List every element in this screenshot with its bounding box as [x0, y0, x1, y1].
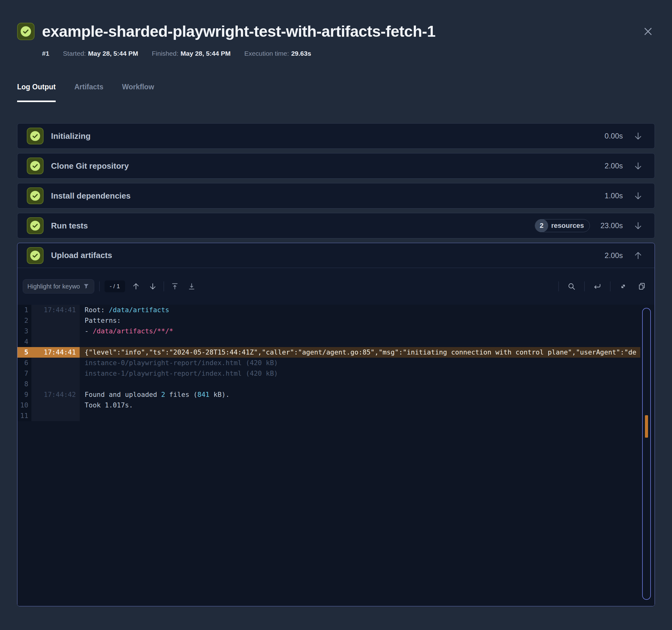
collapse-arrow-icon[interactable] — [633, 251, 643, 260]
log-line-number: 8 — [18, 379, 31, 389]
expand-fullscreen-button[interactable] — [617, 280, 629, 292]
log-line-content: instance-1/playwright-report/index.html … — [80, 368, 654, 379]
expand-arrow-icon[interactable] — [633, 161, 643, 170]
step-success-check-icon — [27, 247, 44, 264]
log-segment: Took 1.017s. — [85, 401, 133, 409]
log-line-content — [80, 411, 654, 421]
log-segment: instance-1/playwright-report/index.html … — [85, 370, 278, 377]
log-toolbar: - / 1 — [18, 268, 654, 305]
log-line-number: 2 — [18, 315, 31, 326]
log-line-number: 11 — [18, 411, 31, 421]
step-duration: 0.00s — [604, 132, 623, 140]
log-line-timestamp — [31, 411, 80, 421]
expand-arrow-icon[interactable] — [633, 221, 643, 230]
expand-arrow-icon[interactable] — [633, 131, 643, 141]
filter-funnel-icon — [83, 283, 90, 290]
toolbar-divider — [610, 281, 610, 291]
log-line[interactable]: 2 Patterns: — [18, 315, 654, 326]
copy-log-button[interactable] — [636, 280, 648, 292]
scroll-to-top-icon — [171, 282, 179, 290]
log-line[interactable]: 10 Took 1.017s. — [18, 400, 654, 411]
log-lines: 1 17:44:41 Root: /data/artifacts 2 Patte… — [18, 305, 654, 421]
log-line-timestamp — [31, 336, 80, 347]
step-row[interactable]: Run tests 2 resources 23.00s — [17, 213, 655, 238]
step-list: Initializing 0.00s Clone Git repository … — [17, 123, 655, 238]
tab-workflow[interactable]: Workflow — [122, 83, 154, 102]
resources-count: 2 — [535, 219, 548, 232]
log-line[interactable]: 4 — [18, 336, 654, 347]
expand-arrow-icon[interactable] — [633, 191, 643, 201]
step-row[interactable]: Clone Git repository 2.00s — [17, 153, 655, 179]
tab-log-output[interactable]: Log Output — [17, 83, 56, 102]
started-at: Started:May 28, 5:44 PM — [63, 50, 138, 57]
log-line[interactable]: 9 17:44:42 Found and uploaded 2 files (8… — [18, 389, 654, 400]
step-label: Install dependencies — [51, 191, 131, 201]
execution-time: Execution time:29.63s — [244, 50, 311, 57]
next-match-button[interactable] — [147, 280, 159, 292]
log-line-timestamp: 17:44:41 — [31, 347, 80, 358]
expand-fullscreen-icon — [619, 282, 627, 290]
log-line[interactable]: 1 17:44:41 Root: /data/artifacts — [18, 305, 654, 315]
log-segment: Patterns: — [85, 317, 121, 324]
step-success-check-icon — [27, 187, 44, 204]
keyword-highlight-input[interactable] — [27, 283, 80, 290]
log-line-number: 9 — [18, 389, 31, 400]
log-segment: instance-0/playwright-report/index.html … — [85, 359, 278, 367]
run-number: #1 — [42, 50, 49, 57]
log-segment: 2 — [161, 391, 165, 398]
log-segment: /data/artifacts/**/* — [93, 327, 173, 335]
log-line-number: 3 — [18, 326, 31, 336]
log-line[interactable]: 6 instance-0/playwright-report/index.htm… — [18, 358, 654, 368]
tab-artifacts[interactable]: Artifacts — [74, 83, 103, 102]
step-row[interactable]: Upload artifacts 2.00s — [18, 243, 654, 268]
log-line-number: 10 — [18, 400, 31, 411]
step-label: Initializing — [51, 131, 91, 141]
keyword-highlight-field[interactable] — [23, 279, 94, 294]
log-scrollbar-track[interactable] — [642, 308, 651, 600]
toolbar-divider — [584, 281, 584, 291]
scroll-to-bottom-button[interactable] — [186, 280, 197, 292]
log-line-timestamp: 17:44:42 — [31, 389, 80, 400]
log-line-timestamp — [31, 400, 80, 411]
search-button[interactable] — [566, 280, 577, 292]
step-success-check-icon — [27, 127, 44, 144]
log-line[interactable]: 7 instance-1/playwright-report/index.htm… — [18, 368, 654, 379]
log-line-timestamp — [31, 326, 80, 336]
log-line-content: - /data/artifacts/**/* — [80, 326, 654, 336]
log-line[interactable]: 5 17:44:41 {"level":"info","ts":"2024-05… — [18, 347, 640, 358]
log-output-area: 1 17:44:41 Root: /data/artifacts 2 Patte… — [18, 305, 654, 606]
log-line-number: 7 — [18, 368, 31, 379]
step-row[interactable]: Initializing 0.00s — [17, 123, 655, 149]
log-line-number: 6 — [18, 358, 31, 368]
log-line-timestamp — [31, 368, 80, 379]
step-duration: 2.00s — [604, 251, 623, 260]
log-line-number: 5 — [18, 347, 31, 358]
log-line-content: instance-0/playwright-report/index.html … — [80, 358, 654, 368]
wrap-lines-button[interactable] — [592, 280, 603, 292]
log-line-number: 1 — [18, 305, 31, 315]
log-segment: 841 — [197, 391, 209, 398]
copy-icon — [638, 282, 646, 290]
log-line[interactable]: 11 — [18, 411, 654, 421]
log-line[interactable]: 8 — [18, 379, 654, 389]
close-icon[interactable] — [641, 25, 655, 38]
resources-badge: 2 resources — [535, 219, 590, 232]
scroll-to-top-button[interactable] — [169, 280, 181, 292]
log-filler — [18, 421, 654, 606]
step-panel-upload-artifacts: Upload artifacts 2.00s - / 1 — [17, 243, 655, 606]
log-line-content: {"level":"info","ts":"2024-05-28T15:44:4… — [80, 347, 640, 358]
log-line[interactable]: 3 - /data/artifacts/**/* — [18, 326, 654, 336]
step-row[interactable]: Install dependencies 1.00s — [17, 183, 655, 209]
step-label: Clone Git repository — [51, 161, 129, 171]
step-duration: 1.00s — [604, 191, 623, 200]
log-line-timestamp — [31, 379, 80, 389]
log-line-number: 4 — [18, 336, 31, 347]
log-segment: Root: — [85, 306, 109, 314]
previous-match-button[interactable] — [130, 280, 142, 292]
log-line-content — [80, 379, 654, 389]
toolbar-divider — [164, 281, 164, 291]
search-icon — [568, 282, 576, 290]
log-scrollbar-thumb[interactable] — [645, 415, 648, 438]
step-duration: 23.00s — [600, 221, 623, 230]
wrap-lines-icon — [593, 282, 601, 290]
